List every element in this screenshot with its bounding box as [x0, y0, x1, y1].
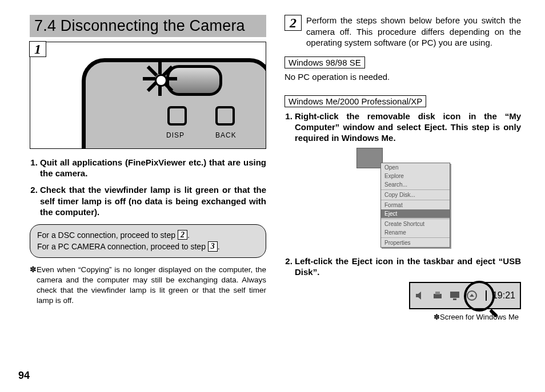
os2-steps: Left-click the Eject icon in the taskbar… [284, 256, 521, 277]
menu-item: Eject [381, 209, 450, 218]
manual-page: 7.4 Disconnecting the Camera 1 DISP BACK [0, 0, 545, 392]
tray-display-icon [449, 290, 460, 301]
step-ref-2: 2 [178, 230, 187, 240]
step-1-item: Check that the viewfinder lamp is lit gr… [40, 184, 266, 217]
os2-steps: Right-click the removable disk icon in t… [284, 111, 521, 144]
screenshot-caption: ✽Screen for Windows Me [284, 313, 519, 321]
menu-item: Properties [381, 239, 450, 247]
step-ref-3: 3 [208, 241, 218, 251]
svg-rect-3 [453, 298, 456, 300]
step-2-intro: Perform the steps shown below before you… [306, 15, 521, 49]
os-tag-win98: Windows 98/98 SE [284, 56, 365, 68]
step-1-illustration: 1 DISP BACK [30, 42, 266, 149]
left-column: 7.4 Disconnecting the Camera 1 DISP BACK [30, 15, 266, 321]
disk-icon [356, 148, 383, 168]
page-number: 94 [18, 370, 30, 382]
step-2-number: 2 [284, 15, 302, 31]
step-1-number: 1 [29, 41, 46, 57]
step-1-item: Quit all applications (FinePixViewer etc… [40, 157, 266, 179]
os-tag-winme: Windows Me/2000 Professional/XP [284, 95, 426, 107]
asterisk-icon: ✽ [434, 313, 440, 321]
os2-step-item: Left-click the Eject icon in the taskbar… [295, 256, 521, 277]
svg-rect-2 [450, 292, 459, 298]
asterisk-icon: ✽ [30, 265, 37, 274]
context-menu-screenshot: OpenExploreSearch...Copy Disk...FormatEj… [354, 148, 451, 248]
lamp-burst-icon [142, 62, 177, 96]
taskbar-screenshot: 19:21 [284, 282, 521, 309]
menu-item: Create Shortcut [381, 220, 450, 228]
menu-item: Rename [381, 228, 450, 237]
right-column: 2 Perform the steps shown below before y… [284, 15, 521, 321]
menu-item: Open [381, 163, 450, 172]
tray-printer-icon [432, 290, 443, 301]
info-line-1: For a DSC connection, proceed to step 2. [37, 229, 259, 241]
menu-item: Search... [381, 180, 450, 189]
step-1-list: Quit all applications (FinePixViewer etc… [30, 157, 266, 217]
svg-rect-1 [435, 292, 440, 294]
menu-item: Format [381, 201, 450, 209]
camera-illustration: DISP BACK [30, 42, 266, 149]
connection-info-box: For a DSC connection, proceed to step 2.… [30, 224, 266, 258]
os2-step-item: Right-click the removable disk icon in t… [295, 111, 521, 144]
tray-speaker-icon [415, 290, 426, 301]
menu-item: Explore [381, 172, 450, 180]
system-tray: 19:21 [409, 282, 521, 309]
os1-text: No PC operation is needed. [284, 72, 521, 82]
back-label: BACK [215, 131, 237, 139]
info-line-2: For a PC CAMERA connection, proceed to s… [37, 241, 259, 252]
svg-rect-0 [434, 294, 442, 298]
context-menu: OpenExploreSearch...Copy Disk...FormatEj… [380, 163, 450, 248]
disp-label: DISP [166, 131, 185, 139]
footnote: ✽Even when “Copying” is no longer displa… [30, 265, 266, 306]
step-2-row: 2 Perform the steps shown below before y… [284, 15, 521, 49]
menu-item: Copy Disk... [381, 191, 450, 199]
footnote-text: Even when “Copying” is no longer display… [37, 265, 266, 305]
magnifier-icon [464, 281, 495, 312]
heading-text: 7.4 Disconnecting the Camera [34, 17, 245, 34]
section-heading: 7.4 Disconnecting the Camera [30, 15, 266, 37]
